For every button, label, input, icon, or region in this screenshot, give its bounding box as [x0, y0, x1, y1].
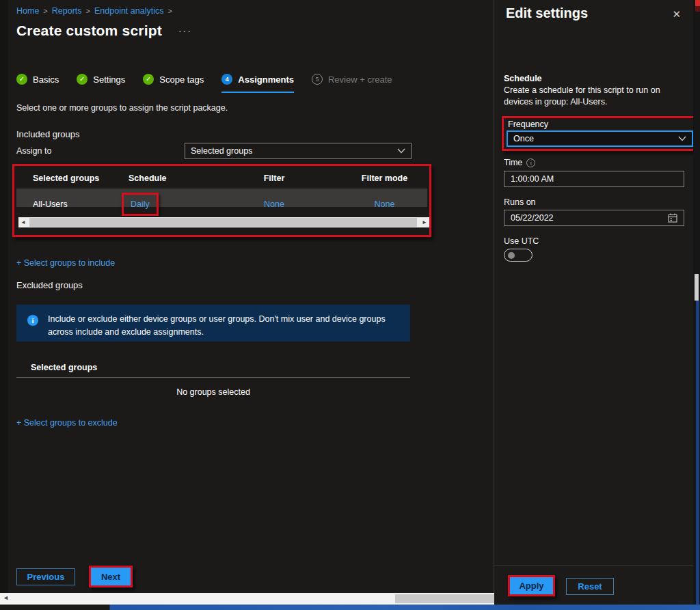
assign-to-label: Assign to [16, 146, 51, 156]
table-horizontal-scrollbar[interactable]: ◄ ► [18, 217, 429, 227]
scrollbar-thumb[interactable] [29, 218, 417, 227]
breadcrumb-home[interactable]: Home [16, 6, 39, 16]
scroll-left-icon[interactable]: ◄ [18, 217, 28, 227]
runs-on-date-picker[interactable]: 05/22/2022 [504, 210, 684, 226]
step-number-icon: 5 [312, 74, 323, 85]
tab-scope-tags[interactable]: ✓ Scope tags [143, 74, 204, 93]
included-groups-table: Selected groups Schedule Filter Filter m… [16, 168, 427, 207]
checkmark-icon: ✓ [143, 74, 154, 85]
tab-basics[interactable]: ✓ Basics [16, 74, 59, 93]
previous-button[interactable]: Previous [16, 568, 75, 585]
no-groups-selected-text: No groups selected [16, 387, 410, 397]
schedule-description: Create a schedule for this script to run… [504, 85, 676, 107]
included-groups-heading: Included groups [16, 129, 80, 139]
chevron-down-icon [678, 136, 686, 141]
window-right-edge [693, 0, 700, 610]
breadcrumb-reports[interactable]: Reports [52, 6, 82, 16]
select-groups-to-exclude-link[interactable]: + Select groups to exclude [16, 418, 118, 428]
apply-button[interactable]: Apply [510, 577, 553, 594]
excluded-table-header: Selected groups [31, 363, 97, 372]
tab-review-create[interactable]: 5 Review + create [312, 74, 392, 93]
use-utc-label: Use UTC [504, 236, 539, 246]
chevron-down-icon [397, 148, 405, 154]
page-title: Create custom script [16, 23, 162, 39]
divider [16, 377, 410, 378]
scroll-right-icon[interactable]: ► [420, 217, 429, 227]
breadcrumb-endpoint-analytics[interactable]: Endpoint analytics [94, 6, 163, 16]
time-value: 1:00:00 AM [511, 174, 554, 184]
edit-settings-panel: Edit settings ✕ Schedule Create a schedu… [494, 0, 693, 605]
edge-red-marker [695, 0, 700, 6]
tab-review-create-label: Review + create [328, 74, 392, 85]
breadcrumb: Home>Reports>Endpoint analytics> [16, 6, 176, 16]
annotation-red-box-daily: Daily [122, 193, 159, 216]
annotation-red-box-next: Next [89, 566, 133, 587]
next-button-label: Next [101, 572, 120, 582]
assign-to-value: Selected groups [191, 146, 397, 156]
annotation-red-box-frequency: Frequency Once [502, 116, 698, 151]
table-row[interactable]: All-Users Daily None None [16, 189, 427, 207]
checkmark-icon: ✓ [16, 74, 27, 85]
previous-button-label: Previous [27, 572, 65, 582]
tab-assignments[interactable]: 4 Assignments [221, 74, 294, 93]
edge-red-marker-dark [695, 6, 700, 12]
apply-button-label: Apply [519, 581, 543, 591]
filter-link[interactable]: None [264, 199, 284, 209]
filter-mode-link[interactable]: None [375, 199, 395, 209]
time-input[interactable]: 1:00:00 AM [504, 171, 684, 187]
frequency-dropdown[interactable]: Once [507, 130, 693, 147]
wizard-steps: ✓ Basics ✓ Settings ✓ Scope tags 4 Assig… [16, 74, 392, 93]
col-header-selected-groups: Selected groups [33, 174, 129, 183]
tab-scope-tags-label: Scope tags [159, 74, 204, 85]
scroll-left-icon[interactable]: ◄ [3, 594, 9, 601]
frequency-label: Frequency [508, 120, 548, 129]
runs-on-value: 05/22/2022 [511, 213, 554, 223]
more-options-icon[interactable]: ··· [178, 25, 192, 36]
breadcrumb-separator: > [86, 7, 90, 15]
assign-to-dropdown[interactable]: Selected groups [185, 143, 412, 159]
annotation-red-box-table: Selected groups Schedule Filter Filter m… [12, 164, 431, 237]
breadcrumb-separator: > [43, 7, 47, 15]
taskbar-strip [0, 605, 700, 610]
runs-on-label: Runs on [504, 197, 536, 207]
schedule-heading: Schedule [504, 74, 542, 83]
col-header-schedule: Schedule [129, 174, 223, 183]
schedule-link[interactable]: Daily [131, 199, 150, 209]
reset-button-label: Reset [578, 581, 602, 592]
info-banner: i Include or exclude either device group… [16, 305, 410, 342]
tab-settings-label: Settings [93, 74, 125, 85]
checkmark-icon: ✓ [77, 74, 88, 85]
table-header-row: Selected groups Schedule Filter Filter m… [16, 168, 427, 189]
info-icon[interactable]: i [526, 158, 535, 167]
tab-assignments-label: Assignments [238, 74, 294, 85]
window-left-edge [0, 0, 8, 610]
time-label: Time [504, 158, 522, 167]
col-header-filter-mode: Filter mode [325, 174, 444, 183]
close-icon[interactable]: ✕ [672, 8, 681, 20]
divider [494, 565, 693, 566]
info-icon: i [27, 315, 38, 326]
cell-group-name: All-Users [33, 199, 129, 209]
main-content: Home>Reports>Endpoint analytics> Create … [8, 0, 494, 605]
tab-basics-label: Basics [33, 74, 59, 85]
scrollbar-thumb[interactable] [395, 594, 504, 603]
next-button[interactable]: Next [91, 568, 131, 585]
calendar-icon[interactable] [668, 213, 677, 223]
reset-button[interactable]: Reset [566, 578, 614, 595]
vertical-scrollbar-thumb[interactable] [695, 274, 699, 301]
excluded-groups-heading: Excluded groups [16, 280, 83, 290]
info-banner-text: Include or exclude either device groups … [48, 313, 401, 339]
panel-title: Edit settings [506, 5, 588, 21]
tab-settings[interactable]: ✓ Settings [77, 74, 125, 93]
assignments-description: Select one or more groups to assign the … [16, 103, 228, 113]
select-groups-to-include-link[interactable]: + Select groups to include [16, 258, 115, 268]
frequency-value: Once [513, 134, 678, 143]
breadcrumb-separator: > [167, 7, 172, 15]
annotation-red-box-apply: Apply [508, 575, 555, 596]
use-utc-toggle[interactable] [504, 249, 533, 262]
col-header-filter: Filter [223, 174, 325, 183]
vertical-scrollbar-track[interactable] [696, 301, 699, 610]
page-horizontal-scrollbar[interactable]: ◄ [0, 593, 506, 605]
step-number-icon: 4 [221, 74, 232, 85]
toggle-knob [508, 252, 515, 259]
